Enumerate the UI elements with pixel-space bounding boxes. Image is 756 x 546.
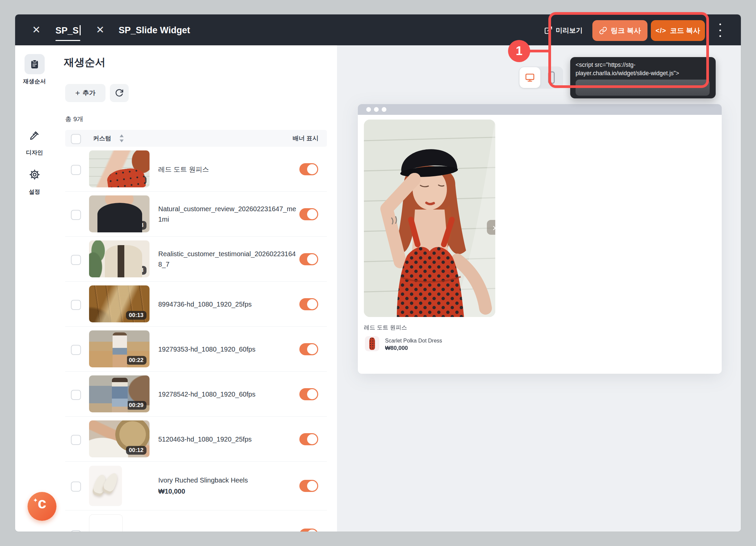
row-checkbox[interactable] bbox=[71, 482, 81, 492]
banner-toggle[interactable] bbox=[299, 433, 318, 445]
row-checkbox[interactable] bbox=[71, 345, 81, 355]
video-name-block: 19278542-hd_1080_1920_60fps bbox=[158, 389, 299, 399]
video-name: 19278542-hd_1080_1920_60fps bbox=[158, 389, 299, 399]
video-thumbnail[interactable]: 00:12 bbox=[89, 420, 150, 457]
video-name-block: 19279353-hd_1080_1920_60fps bbox=[158, 344, 299, 354]
sidebar-item-playlist[interactable]: 재생순서 bbox=[15, 54, 54, 85]
sidebar-item-design[interactable]: 디자인 bbox=[15, 125, 54, 156]
close-icon[interactable]: ✕ bbox=[96, 26, 104, 34]
video-list: 00:07 레드 도트 원피스 00:08 Natural_customer_r… bbox=[65, 147, 327, 532]
refresh-button[interactable] bbox=[110, 84, 129, 102]
video-name-block: Realistic_customer_testimonial_202602231… bbox=[158, 249, 299, 270]
embed-code-redacted-block bbox=[576, 80, 710, 96]
add-button[interactable]: + 추가 bbox=[65, 84, 106, 102]
page-title: 재생순서 bbox=[64, 55, 106, 70]
row-checkbox[interactable] bbox=[71, 255, 81, 265]
window-dot bbox=[366, 107, 371, 112]
more-menu-icon[interactable] bbox=[717, 24, 723, 37]
tab-sp-slide-widget[interactable]: SP_Slide Widget bbox=[119, 25, 190, 36]
duration-badge: 00:12 bbox=[126, 446, 146, 455]
desktop-view-button[interactable] bbox=[519, 67, 540, 88]
table-row: 00:13 8994736-hd_1080_1920_25fps bbox=[65, 282, 327, 327]
video-name-block: 레드 도트 원피스 bbox=[158, 164, 299, 174]
total-count: 총 9개 bbox=[65, 115, 83, 124]
video-thumbnail[interactable] bbox=[89, 466, 122, 506]
video-name: Realistic_customer_testimonial_202602231… bbox=[158, 249, 299, 270]
product-name: Scarlet Polka Dot Dress bbox=[385, 338, 442, 344]
video-thumbnail[interactable]: 00:08 bbox=[89, 195, 150, 232]
column-header-banner: 배너 표시 bbox=[293, 134, 319, 142]
banner-toggle[interactable] bbox=[299, 529, 318, 532]
copy-link-button[interactable]: 링크 복사 bbox=[592, 20, 647, 41]
video-thumbnail[interactable]: 00:22 bbox=[89, 330, 150, 367]
select-all-checkbox[interactable] bbox=[71, 134, 81, 144]
video-name: 흰화면상품 bbox=[158, 530, 299, 532]
table-row: 00:08 Natural_customer_review_2026022316… bbox=[65, 192, 327, 237]
video-thumbnail[interactable]: 00:08 bbox=[89, 240, 150, 277]
phone-icon bbox=[548, 71, 555, 84]
plus-icon: + bbox=[75, 90, 80, 96]
banner-toggle[interactable] bbox=[299, 163, 318, 175]
desktop-background: ✕ SP_S ✕ SP_Slide Widget 미리보기 링크 복사 </> … bbox=[0, 0, 756, 546]
table-row: 00:07 레드 도트 원피스 bbox=[65, 147, 327, 192]
copy-link-label: 링크 복사 bbox=[611, 26, 641, 35]
banner-toggle[interactable] bbox=[299, 208, 318, 220]
banner-toggle[interactable] bbox=[299, 343, 318, 355]
table-header: 커스텀 배너 표시 bbox=[65, 130, 327, 147]
row-checkbox[interactable] bbox=[71, 390, 81, 400]
app-window: ✕ SP_S ✕ SP_Slide Widget 미리보기 링크 복사 </> … bbox=[15, 14, 741, 532]
video-thumbnail[interactable] bbox=[89, 514, 123, 532]
sidebar-item-settings[interactable]: 설정 bbox=[15, 165, 54, 196]
banner-toggle[interactable] bbox=[299, 298, 318, 310]
table-row: 00:08 Realistic_customer_testimonial_202… bbox=[65, 237, 327, 282]
product-price: ₩80,000 bbox=[385, 345, 408, 352]
video-thumbnail[interactable]: 00:29 bbox=[89, 375, 150, 412]
sort-icon[interactable] bbox=[119, 134, 124, 143]
row-checkbox[interactable] bbox=[71, 435, 81, 445]
column-header-custom: 커스텀 bbox=[93, 134, 111, 142]
mobile-view-button[interactable] bbox=[548, 71, 555, 84]
tab-sp-s-label: SP_S bbox=[55, 26, 79, 36]
video-name-block: 흰화면상품 bbox=[158, 530, 299, 532]
banner-toggle[interactable] bbox=[299, 388, 318, 400]
annotation-connector-line bbox=[530, 50, 549, 52]
brand-logo[interactable]: ✦ c bbox=[28, 492, 56, 521]
row-checkbox[interactable] bbox=[71, 210, 81, 220]
window-dot bbox=[382, 107, 386, 112]
model-illustration bbox=[364, 120, 495, 317]
refresh-icon bbox=[115, 89, 124, 97]
row-checkbox[interactable] bbox=[71, 530, 81, 532]
sidebar-item-label: 디자인 bbox=[15, 149, 54, 156]
external-link-icon[interactable] bbox=[544, 26, 553, 35]
preview-browser-mock: › 레드 도트 원피스 Scarlet Polka Dot Dress ₩80,… bbox=[358, 104, 722, 374]
browser-body: › 레드 도트 원피스 Scarlet Polka Dot Dress ₩80,… bbox=[358, 115, 722, 374]
row-checkbox[interactable] bbox=[71, 300, 81, 310]
video-name-block: 8994736-hd_1080_1920_25fps bbox=[158, 299, 299, 309]
copy-code-button[interactable]: </> 코드 복사 bbox=[651, 20, 705, 41]
embed-code-line-1: <script src="https://stg- bbox=[576, 61, 710, 69]
monitor-icon bbox=[525, 73, 535, 83]
sidebar: 재생순서 디자인 설정 bbox=[15, 45, 54, 532]
tab-sp-s[interactable]: SP_S bbox=[55, 25, 81, 36]
close-icon[interactable]: ✕ bbox=[32, 26, 41, 34]
video-name: 19279353-hd_1080_1920_60fps bbox=[158, 344, 299, 354]
browser-chrome-bar bbox=[358, 104, 722, 115]
slide-preview-image[interactable]: › bbox=[364, 120, 495, 317]
table-row: 00:22 19279353-hd_1080_1920_60fps bbox=[65, 327, 327, 372]
video-thumbnail[interactable]: 00:07 bbox=[89, 150, 150, 187]
preview-button[interactable]: 미리보기 bbox=[556, 26, 583, 35]
row-checkbox[interactable] bbox=[71, 165, 81, 175]
add-button-label: 추가 bbox=[83, 89, 95, 97]
video-name: 5120463-hd_1080_1920_25fps bbox=[158, 434, 299, 444]
banner-toggle[interactable] bbox=[299, 253, 318, 265]
table-row: 00:12 5120463-hd_1080_1920_25fps bbox=[65, 417, 327, 462]
video-thumbnail[interactable]: 00:13 bbox=[89, 285, 150, 322]
sidebar-item-label: 재생순서 bbox=[15, 78, 54, 85]
product-thumbnail[interactable] bbox=[365, 336, 379, 351]
video-name: 레드 도트 원피스 bbox=[158, 164, 299, 174]
brand-letter: c bbox=[28, 494, 56, 512]
banner-toggle[interactable] bbox=[299, 480, 318, 492]
video-price: ₩10,000 bbox=[158, 486, 299, 497]
table-row: 흰화면상품 bbox=[65, 510, 327, 532]
next-slide-button[interactable]: › bbox=[487, 220, 495, 235]
